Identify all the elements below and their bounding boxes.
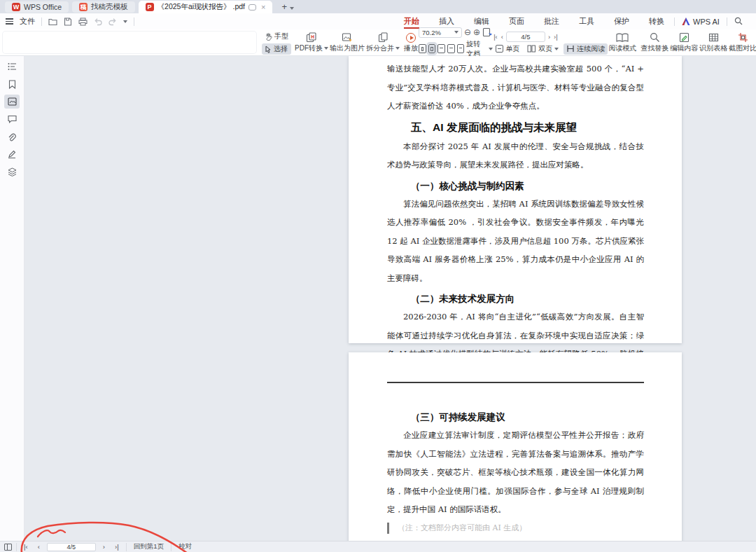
pdf-convert-label: PDF转换: [295, 43, 323, 53]
organize-pages-icon[interactable]: [482, 27, 493, 37]
last-page-button[interactable]: ›|: [553, 33, 559, 41]
hand-tool-label: 手型: [274, 32, 288, 41]
page-indicator-input[interactable]: 4/5: [506, 32, 545, 42]
quick-access-toolbar: 文件: [6, 13, 134, 29]
first-page-button[interactable]: |‹: [493, 33, 498, 41]
wps-ai-label: WPS AI: [693, 18, 720, 26]
status-page-indicator-input[interactable]: 4/5: [47, 543, 96, 551]
menu-tab-convert[interactable]: 转换: [639, 13, 674, 29]
single-page-button[interactable]: 单页: [493, 43, 522, 55]
double-page-button[interactable]: 双页: [524, 43, 561, 55]
continuous-read-button[interactable]: 连续阅读: [564, 43, 608, 55]
table-recognize-label: 识别表格: [699, 43, 727, 53]
tab-template[interactable]: 稿 找稿壳模板: [72, 1, 135, 13]
select-tool-button[interactable]: 选择: [262, 43, 291, 55]
main-menu-icon[interactable]: [6, 17, 13, 25]
prev-page-button[interactable]: ‹: [500, 33, 504, 41]
toggle-sidebar-icon[interactable]: [4, 544, 12, 551]
new-tab-button[interactable]: +: [281, 1, 287, 12]
screenshot-compare-label: 截图对比: [729, 43, 756, 53]
redo-icon[interactable]: [108, 18, 117, 26]
undo-icon[interactable]: [94, 18, 102, 26]
qat-more-caret-icon[interactable]: [123, 20, 127, 23]
save-icon[interactable]: [64, 18, 72, 26]
rotate-right-icon[interactable]: [457, 44, 465, 53]
fit-page-icon[interactable]: [428, 44, 436, 53]
actual-size-icon[interactable]: [419, 44, 426, 53]
sidebar-outline-button[interactable]: [4, 60, 20, 74]
open-folder-icon[interactable]: [48, 18, 57, 26]
zoom-out-icon[interactable]: ⊖: [464, 27, 471, 37]
hand-tool-button[interactable]: 手型: [262, 31, 291, 42]
sidebar-thumbnail-button[interactable]: [4, 95, 20, 109]
find-replace-label: 查找替换: [640, 43, 668, 53]
play-button[interactable]: 播放: [403, 29, 419, 56]
sidebar-bookmark-button[interactable]: [4, 77, 20, 91]
fit-width-icon[interactable]: [438, 44, 445, 53]
back-to-first-page-button[interactable]: 回到第1页: [131, 542, 167, 551]
comment-icon: [8, 115, 17, 123]
file-menu[interactable]: 文件: [20, 16, 35, 27]
paragraph-suggestions: 企业应建立算法审计制度，定期评估模型公平性并公开报告；政府需加快《人工智能法》立…: [387, 426, 644, 519]
sidebar-attachment-button[interactable]: [4, 130, 20, 144]
zoom-level-select[interactable]: 70.2%: [419, 27, 462, 38]
status-last-page-button[interactable]: ›|: [112, 543, 122, 551]
tab-wps-office[interactable]: W WPS Office: [5, 1, 69, 13]
tab-comment-icon[interactable]: [248, 4, 256, 11]
print-icon[interactable]: [78, 18, 88, 26]
wps-ai-button[interactable]: WPS AI: [675, 18, 727, 26]
double-page-label: 双页: [538, 44, 552, 54]
pdf-page-5: （三）可持续发展建议 企业应建立算法审计制度，定期评估模型公平性并公开报告；政府…: [349, 352, 682, 541]
single-page-icon: [496, 45, 503, 53]
menu-tab-page[interactable]: 页面: [499, 13, 534, 29]
tab-list-caret-icon[interactable]: [290, 7, 294, 10]
left-panel-sidebar: [0, 56, 24, 541]
menu-row: 文件 开始 插入 编辑 页面 批注 工具 保护 转换 WPS AI: [0, 13, 756, 29]
divider: [41, 18, 42, 26]
read-mode-button[interactable]: 阅读模式: [608, 29, 637, 56]
heading-subsection2: （二）未来技术发展方向: [387, 293, 644, 305]
tab-close-icon[interactable]: ×: [261, 3, 265, 11]
proofread-button[interactable]: 校对: [176, 542, 195, 551]
find-replace-button[interactable]: 查找替换: [640, 29, 669, 56]
table-icon: [708, 32, 719, 43]
table-recognize-button[interactable]: 识别表格: [699, 29, 728, 56]
signature-icon: [8, 150, 16, 158]
pdf-convert-button[interactable]: H PDF转换: [294, 29, 329, 56]
toolbar-empty-panel: [3, 32, 256, 53]
wps-ai-icon: [682, 18, 690, 25]
sidebar-signature-button[interactable]: [4, 147, 20, 161]
export-image-button[interactable]: 输出为图片: [329, 29, 365, 56]
paragraph-intro: 本部分探讨 2025 年 AI 发展中的伦理、安全与合规挑战，结合技术趋势与政策…: [387, 137, 644, 174]
sidebar-comment-button[interactable]: [4, 112, 20, 126]
edit-content-label: 编辑内容: [670, 43, 698, 53]
tab-document-active[interactable]: P 《2025年ai现状报告》 .pdf ×: [139, 1, 273, 13]
menu-tab-protect[interactable]: 保护: [604, 13, 639, 29]
status-prev-page-button[interactable]: ‹: [35, 543, 43, 551]
zoom-view-group: 70.2% ⊖ ⊕ 旋转文档: [419, 29, 493, 56]
ai-generated-note: （注：文档部分内容可能由 AI 生成）: [387, 523, 644, 534]
document-viewport[interactable]: 输送技能型人才 20万人次。企业与高校共建实验室超 500 个，“AI + 专业…: [24, 56, 756, 541]
status-first-page-button[interactable]: |‹: [21, 543, 31, 551]
attachment-icon: [8, 132, 16, 142]
menu-tab-tools[interactable]: 工具: [569, 13, 604, 29]
status-next-page-button[interactable]: ›: [100, 543, 108, 551]
text-cursor-bar: [387, 523, 389, 534]
zoom-caret-icon: [454, 31, 458, 34]
book-icon: [616, 33, 629, 43]
pdf-page-4: 输送技能型人才 20万人次。企业与高校共建实验室超 500 个，“AI + 专业…: [349, 56, 682, 343]
paragraph-talent: 输送技能型人才 20万人次。企业与高校共建实验室超 500 个，“AI + 专业…: [387, 60, 644, 116]
menu-tab-comment[interactable]: 批注: [534, 13, 569, 29]
screenshot-compare-button[interactable]: 截图对比: [728, 29, 756, 56]
svg-text:H: H: [311, 34, 314, 39]
double-page-caret-icon: [554, 48, 559, 50]
page-nav-group: |‹ ‹ 4/5 › ›| 单页 双页 连续阅读: [493, 29, 608, 56]
rotate-left-icon[interactable]: [447, 44, 455, 53]
sidebar-layers-button[interactable]: [4, 165, 20, 179]
divider: [171, 543, 172, 551]
next-page-button[interactable]: ›: [547, 33, 551, 41]
global-search-icon[interactable]: [727, 15, 750, 28]
zoom-in-icon[interactable]: ⊕: [473, 27, 480, 37]
split-merge-button[interactable]: 拆分合并: [365, 29, 400, 56]
edit-content-button[interactable]: 编辑内容: [669, 29, 699, 56]
